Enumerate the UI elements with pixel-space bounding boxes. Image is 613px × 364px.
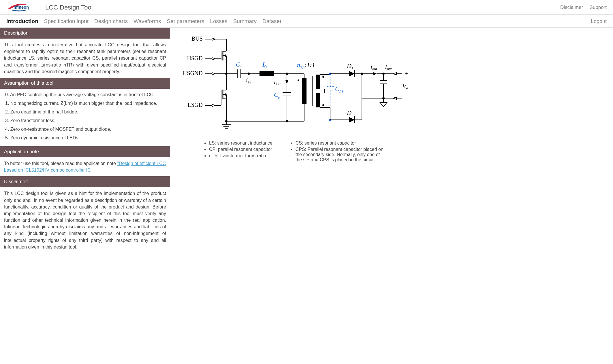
svg-text:D2: D2: [347, 109, 353, 117]
svg-text:BUS: BUS: [191, 35, 203, 42]
assumption-list: 0. An PFC controlling the bus average vo…: [0, 89, 170, 146]
svg-rect-67: [316, 75, 320, 89]
svg-text:iCP: iCP: [274, 78, 281, 86]
right-column: .wire { stroke:#000; stroke-width:2; fil…: [179, 28, 613, 253]
tab-design-charts[interactable]: Design charts: [94, 18, 128, 24]
svg-point-70: [322, 104, 324, 106]
svg-text:nTR:1:1: nTR:1:1: [297, 61, 315, 70]
svg-text:Ls: Ls: [262, 61, 267, 69]
tab-summary[interactable]: Summary: [233, 18, 257, 24]
tab-introduction[interactable]: Introduction: [6, 18, 38, 24]
svg-text:HSGD: HSGD: [187, 55, 203, 61]
svg-rect-69: [316, 93, 320, 107]
main-content: Description This tool creates a non-iter…: [0, 28, 613, 262]
assumption-item: 3. Zero transformer loss.: [5, 116, 166, 125]
left-column: Description This tool creates a non-iter…: [0, 28, 170, 253]
svg-point-64: [298, 79, 299, 81]
legend-item: LS: series resonant inductance: [209, 140, 272, 146]
svg-rect-61: [302, 78, 306, 104]
legend: LS: series resonant inductance CP: paral…: [183, 140, 604, 163]
assumption-item: 2. Zero dead time of the half bridge.: [5, 108, 166, 116]
tab-losses[interactable]: Losses: [210, 18, 227, 24]
nav-tabs: Introduction Specification input Design …: [0, 15, 613, 28]
svg-text:HSGND: HSGND: [183, 70, 203, 76]
section-header-description: Description: [0, 28, 170, 39]
svg-text:iout: iout: [371, 63, 377, 71]
tabs-list: Introduction Specification input Design …: [6, 18, 281, 24]
assumption-item: 0. An PFC controlling the bus average vo…: [5, 90, 166, 99]
assumption-item: 4. Zero on-resistance of MOSFET and outp…: [5, 125, 166, 134]
legend-item: CS: series resonant capacitor: [296, 140, 385, 146]
svg-text:iin: iin: [246, 77, 251, 84]
legend-right: CS: series resonant capacitor CPS: Paral…: [290, 140, 385, 163]
app-title: LCC Design Tool: [45, 4, 93, 11]
app-header: infineon LCC Design Tool Disclaimer Supp…: [0, 0, 613, 15]
svg-text:Vo: Vo: [402, 82, 408, 90]
section-header-assumption: Assumption of this tool: [0, 78, 170, 89]
logout-link[interactable]: Logout: [591, 18, 607, 24]
legend-item: CP: parallel resonant capacitor: [209, 146, 272, 153]
svg-text:+: +: [405, 71, 408, 77]
app-note-lead: To better use this tool, please read the…: [4, 161, 117, 166]
svg-text:−: −: [405, 95, 408, 101]
assumption-item: 5. Zero dynamic resistance of LEDs.: [5, 134, 166, 142]
svg-text:CPS: CPS: [335, 85, 344, 94]
support-link[interactable]: Support: [589, 5, 607, 10]
svg-rect-46: [260, 71, 274, 76]
svg-text:Cs: Cs: [236, 61, 242, 69]
infineon-logo: infineon: [6, 2, 37, 13]
tab-set-parameters[interactable]: Set parameters: [167, 18, 204, 24]
disclaimer-body: This LCC design tool is given as a hint …: [0, 187, 170, 253]
svg-text:D1: D1: [347, 62, 353, 70]
svg-text:Iout: Iout: [385, 63, 392, 71]
svg-text:infineon: infineon: [12, 5, 29, 10]
tab-specification-input[interactable]: Specification input: [44, 18, 89, 24]
tab-waveforms[interactable]: Waveforms: [133, 18, 161, 24]
circuit-diagram: .wire { stroke:#000; stroke-width:2; fil…: [183, 32, 411, 134]
disclaimer-link[interactable]: Disclaimer: [560, 5, 583, 10]
svg-text:LSGD: LSGD: [188, 102, 203, 108]
svg-text:Cp: Cp: [274, 91, 280, 99]
header-links: Disclaimer Support: [555, 5, 607, 10]
svg-point-68: [322, 76, 324, 78]
header-left: infineon LCC Design Tool: [6, 2, 93, 13]
app-note-body: To better use this tool, please read the…: [0, 157, 170, 176]
legend-left: LS: series resonant inductance CP: paral…: [203, 140, 272, 163]
tab-dataset[interactable]: Dataset: [262, 18, 281, 24]
section-header-app-note: Application note: [0, 146, 170, 157]
legend-item: nTR: transformer turns-ratio: [209, 153, 272, 159]
assumption-item: 1. No magnetizing current. Z(Lm) is much…: [5, 99, 166, 108]
legend-item: CPS: Parallel resonant capacitor placed …: [296, 146, 385, 163]
section-header-disclaimer: Disclaimer:: [0, 176, 170, 187]
description-body: This tool creates a non-iterative but ac…: [0, 39, 170, 78]
